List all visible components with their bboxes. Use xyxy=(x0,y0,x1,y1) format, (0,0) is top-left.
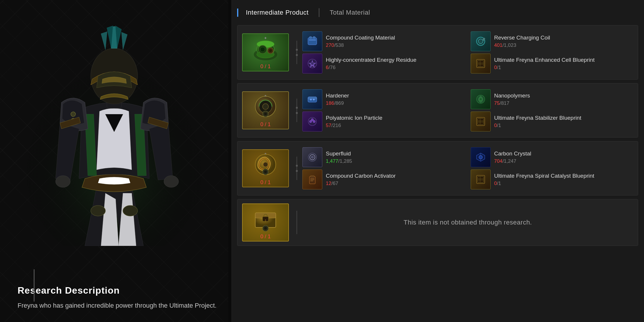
tab-divider xyxy=(319,8,319,17)
item-icon-inner-1 xyxy=(249,35,282,62)
material-info-6: Nanopolymers 75/817 xyxy=(494,92,530,106)
material-icon-5 xyxy=(302,89,322,109)
material-count-2: 401/1,023 xyxy=(494,42,550,48)
tabs-container: Intermediate Product Total Material xyxy=(237,6,638,19)
material-item-10: Carbon Crystal 704/1,247 xyxy=(471,147,633,167)
svg-rect-68 xyxy=(296,165,298,167)
material-info-8: Ultimate Freyna Stabilizer Blueprint 0/1 xyxy=(494,114,581,129)
svg-rect-25 xyxy=(309,40,316,40)
item-count-3: 0 / 1 xyxy=(260,179,270,186)
material-info-2: Reverse Charging Coil 401/1,023 xyxy=(494,34,550,48)
item-icon-inner-4: ↑ xyxy=(249,205,282,232)
svg-rect-24 xyxy=(313,37,315,38)
svg-rect-47 xyxy=(308,97,317,99)
cards-container: ✦ xyxy=(237,25,638,246)
material-count-4: 0/1 xyxy=(494,65,595,71)
svg-point-16 xyxy=(269,49,272,52)
svg-rect-20 xyxy=(296,49,298,51)
material-icon-10 xyxy=(471,147,491,167)
svg-rect-32 xyxy=(478,61,484,66)
card-2: ✦ xyxy=(237,83,638,138)
material-name-5: Hardener xyxy=(326,92,349,100)
material-info-1: Compound Coating Material 270/538 xyxy=(326,34,395,48)
material-icon-8 xyxy=(471,112,491,131)
tab-intermediate-product[interactable]: Intermediate Product xyxy=(237,6,317,19)
item-icon-inner-3 xyxy=(249,151,282,178)
material-item-3: Highly-concentrated Energy Residue 6/76 xyxy=(302,54,465,73)
material-info-12: Ultimate Freyna Spiral Catalyst Blueprin… xyxy=(494,172,594,186)
left-panel: Research Description Freyna who has gain… xyxy=(0,0,228,322)
material-info-4: Ultimate Freyna Enhanced Cell Blueprint … xyxy=(494,56,595,71)
item-icon-box-2: ✦ xyxy=(242,91,289,129)
material-name-12: Ultimate Freyna Spiral Catalyst Blueprin… xyxy=(494,172,594,180)
svg-point-64 xyxy=(264,170,267,174)
material-count-9: 1,477/1,285 xyxy=(326,158,352,164)
material-item-8: Ultimate Freyna Stabilizer Blueprint 0/1 xyxy=(471,112,633,131)
svg-rect-45 xyxy=(296,112,298,114)
material-icon-9 xyxy=(302,147,322,167)
material-icon-3 xyxy=(302,54,322,73)
material-name-1: Compound Coating Material xyxy=(326,34,395,42)
item-icon-box-1: ✦ xyxy=(242,33,289,71)
materials-grid-2: Hardener 186/869 xyxy=(302,87,633,134)
material-icon-1 xyxy=(302,31,322,51)
material-icon-12 xyxy=(471,169,491,189)
svg-point-30 xyxy=(311,62,314,65)
svg-rect-57 xyxy=(478,119,484,124)
svg-point-8 xyxy=(123,205,138,216)
item-icon-inner-2 xyxy=(249,93,282,120)
connector-3 xyxy=(292,152,301,184)
svg-rect-78 xyxy=(310,176,314,177)
materials-grid-1: Compound Coating Material 270/538 xyxy=(302,29,633,76)
material-item-1: Compound Coating Material 270/538 xyxy=(302,31,465,51)
material-item-6: Nanopolymers 75/817 xyxy=(471,89,633,109)
item-icon-box-3: ✦ xyxy=(242,149,289,187)
tab-total-material[interactable]: Total Material xyxy=(321,6,379,19)
material-item-4: Ultimate Freyna Enhanced Cell Blueprint … xyxy=(471,54,633,73)
material-name-3: Highly-concentrated Energy Residue xyxy=(326,56,416,64)
material-info-9: Superfluid 1,477/1,285 xyxy=(326,150,352,164)
material-name-10: Carbon Crystal xyxy=(494,150,531,157)
svg-point-62 xyxy=(263,162,268,167)
material-item-9: Superfluid 1,477/1,285 xyxy=(302,147,465,167)
svg-rect-69 xyxy=(296,170,298,172)
material-name-4: Ultimate Freyna Enhanced Cell Blueprint xyxy=(494,56,595,64)
svg-rect-77 xyxy=(309,177,315,184)
material-item-12: Ultimate Freyna Spiral Catalyst Blueprin… xyxy=(471,169,633,189)
material-name-7: Polyatomic Ion Particle xyxy=(326,114,382,122)
material-info-11: Compound Carbon Activator 12/67 xyxy=(326,172,396,186)
material-count-6: 75/817 xyxy=(494,100,530,106)
material-count-3: 6/76 xyxy=(326,65,416,71)
material-name-8: Ultimate Freyna Stabilizer Blueprint xyxy=(494,114,581,122)
material-count-10: 704/1,247 xyxy=(494,158,531,164)
material-count-5: 186/869 xyxy=(326,100,349,106)
svg-point-1 xyxy=(71,112,76,117)
material-count-7: 57/216 xyxy=(326,123,382,129)
connector-4 xyxy=(292,206,301,239)
material-name-6: Nanopolymers xyxy=(494,92,530,100)
svg-rect-21 xyxy=(296,54,298,56)
material-icon-6 xyxy=(471,89,491,109)
material-item-11: Compound Carbon Activator 12/67 xyxy=(302,169,465,189)
material-count-8: 0/1 xyxy=(494,123,581,129)
svg-rect-81 xyxy=(310,181,313,181)
svg-point-48 xyxy=(310,99,312,100)
not-obtained-text: This item is not obtained through resear… xyxy=(302,219,633,226)
card-4: ↑ 0 / 1 This item is not obtained throug… xyxy=(237,199,638,246)
material-count-1: 270/538 xyxy=(326,42,395,48)
svg-point-54 xyxy=(313,120,315,123)
material-name-2: Reverse Charging Coil xyxy=(494,34,550,42)
svg-text:↑: ↑ xyxy=(265,218,267,223)
description-border xyxy=(34,269,35,302)
item-icon-box-4: ↑ 0 / 1 xyxy=(242,203,289,242)
svg-rect-79 xyxy=(310,178,314,179)
material-item-2: Reverse Charging Coil 401/1,023 xyxy=(471,31,633,51)
connector-1 xyxy=(292,36,301,68)
research-text: Freyna who has gained incredible power t… xyxy=(18,301,217,310)
svg-point-72 xyxy=(311,156,314,158)
svg-rect-23 xyxy=(309,37,312,38)
research-description-section: Research Description Freyna who has gain… xyxy=(18,285,217,310)
svg-point-4 xyxy=(164,176,179,187)
svg-rect-83 xyxy=(478,177,484,182)
item-count-1: 0 / 1 xyxy=(260,64,270,70)
